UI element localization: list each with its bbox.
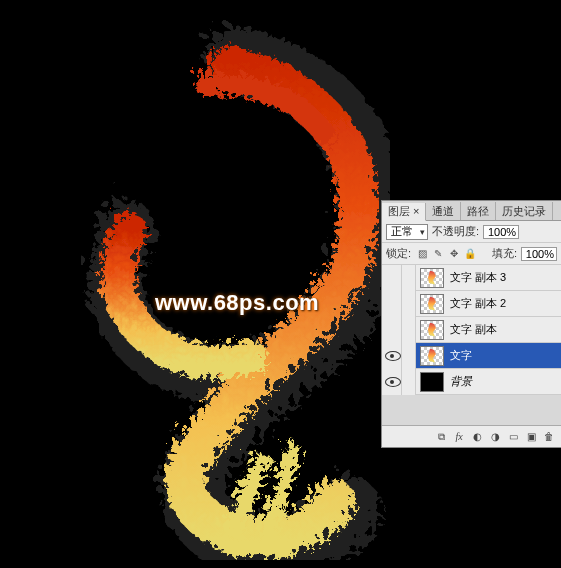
opacity-label: 不透明度: bbox=[432, 224, 479, 239]
layers-panel: 图层 × 通道 路径 历史记录 正常 不透明度: 100% 锁定: ▨ ✎ ✥ … bbox=[381, 200, 561, 448]
blend-mode-select[interactable]: 正常 bbox=[386, 224, 428, 240]
layer-name[interactable]: 文字 bbox=[448, 348, 472, 363]
fx-icon[interactable]: fx bbox=[451, 430, 467, 444]
lock-icons-group: ▨ ✎ ✥ 🔒 bbox=[415, 247, 477, 261]
mask-icon[interactable]: ◐ bbox=[469, 430, 485, 444]
layer-item[interactable]: 背景 bbox=[382, 369, 561, 395]
layer-thumbnail[interactable] bbox=[420, 268, 444, 288]
eye-icon bbox=[385, 351, 399, 361]
layer-item[interactable]: 文字 副本 bbox=[382, 317, 561, 343]
layer-link-area[interactable] bbox=[402, 369, 416, 395]
layer-name[interactable]: 文字 副本 2 bbox=[448, 296, 506, 311]
layer-name[interactable]: 文字 副本 bbox=[448, 322, 497, 337]
layer-item[interactable]: 文字 副本 3 bbox=[382, 265, 561, 291]
layer-visibility-toggle[interactable] bbox=[382, 343, 402, 369]
layer-item[interactable]: 文字 副本 2 bbox=[382, 291, 561, 317]
panel-footer: ⧉ fx ◐ ◑ ▭ ▣ 🗑 bbox=[382, 425, 561, 447]
layer-thumbnail[interactable] bbox=[420, 372, 444, 392]
layer-thumbnail[interactable] bbox=[420, 346, 444, 366]
layer-visibility-toggle[interactable] bbox=[382, 317, 402, 343]
lock-brush-icon[interactable]: ✎ bbox=[431, 247, 445, 261]
new-layer-icon[interactable]: ▣ bbox=[523, 430, 539, 444]
lock-move-icon[interactable]: ✥ bbox=[447, 247, 461, 261]
fill-label: 填充: bbox=[492, 246, 517, 261]
layer-thumbnail[interactable] bbox=[420, 320, 444, 340]
layer-name[interactable]: 文字 副本 3 bbox=[448, 270, 506, 285]
lock-label: 锁定: bbox=[386, 246, 411, 261]
lock-trans-icon[interactable]: ▨ bbox=[415, 247, 429, 261]
layer-thumbnail[interactable] bbox=[420, 294, 444, 314]
tab-layers[interactable]: 图层 × bbox=[382, 203, 426, 221]
tab-history[interactable]: 历史记录 bbox=[496, 202, 553, 220]
fill-value[interactable]: 100% bbox=[521, 247, 557, 261]
tab-channels[interactable]: 通道 bbox=[426, 202, 461, 220]
lock-all-icon[interactable]: 🔒 bbox=[463, 247, 477, 261]
link-icon[interactable]: ⧉ bbox=[433, 430, 449, 444]
panel-tabs: 图层 × 通道 路径 历史记录 bbox=[382, 201, 561, 221]
canvas-area: www.68ps.com 图层 × 通道 路径 历史记录 正常 不透明度: 10… bbox=[0, 0, 561, 568]
adjust-icon[interactable]: ◑ bbox=[487, 430, 503, 444]
trash-icon[interactable]: 🗑 bbox=[541, 430, 557, 444]
layer-visibility-toggle[interactable] bbox=[382, 291, 402, 317]
layer-link-area[interactable] bbox=[402, 291, 416, 317]
layer-link-area[interactable] bbox=[402, 317, 416, 343]
group-icon[interactable]: ▭ bbox=[505, 430, 521, 444]
opacity-value[interactable]: 100% bbox=[483, 225, 519, 239]
lock-fill-row: 锁定: ▨ ✎ ✥ 🔒 填充: 100% bbox=[382, 243, 561, 265]
layers-list: 文字 副本 3 文字 副本 2 文字 副本 文字 bbox=[382, 265, 561, 425]
layer-item[interactable]: 文字 bbox=[382, 343, 561, 369]
layer-link-area[interactable] bbox=[402, 265, 416, 291]
eye-icon bbox=[385, 377, 399, 387]
layer-visibility-toggle[interactable] bbox=[382, 265, 402, 291]
layer-name[interactable]: 背景 bbox=[448, 374, 472, 389]
blend-opacity-row: 正常 不透明度: 100% bbox=[382, 221, 561, 243]
layer-link-area[interactable] bbox=[402, 343, 416, 369]
tab-paths[interactable]: 路径 bbox=[461, 202, 496, 220]
empty-layers-area bbox=[382, 395, 561, 425]
watermark-text: www.68ps.com bbox=[155, 290, 319, 316]
layer-visibility-toggle[interactable] bbox=[382, 369, 402, 395]
